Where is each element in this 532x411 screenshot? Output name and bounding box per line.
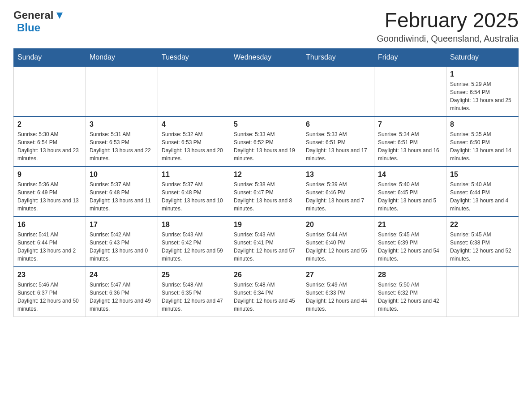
day-info: Sunrise: 5:40 AM Sunset: 6:45 PM Dayligh… bbox=[378, 180, 442, 213]
day-info: Sunrise: 5:31 AM Sunset: 6:53 PM Dayligh… bbox=[90, 130, 154, 163]
calendar-day-cell: 16Sunrise: 5:41 AM Sunset: 6:44 PM Dayli… bbox=[14, 217, 86, 267]
calendar-day-cell bbox=[374, 66, 446, 116]
day-number: 6 bbox=[306, 120, 370, 128]
day-info: Sunrise: 5:37 AM Sunset: 6:48 PM Dayligh… bbox=[162, 180, 226, 213]
day-info: Sunrise: 5:30 AM Sunset: 6:54 PM Dayligh… bbox=[17, 130, 82, 163]
day-info: Sunrise: 5:45 AM Sunset: 6:39 PM Dayligh… bbox=[378, 231, 442, 263]
logo-general-text: General bbox=[13, 9, 53, 21]
calendar-header-row: SundayMondayTuesdayWednesdayThursdayFrid… bbox=[14, 48, 519, 66]
day-number: 12 bbox=[234, 171, 298, 179]
day-number: 1 bbox=[450, 70, 515, 78]
calendar-day-cell: 26Sunrise: 5:48 AM Sunset: 6:34 PM Dayli… bbox=[230, 267, 302, 317]
day-info: Sunrise: 5:33 AM Sunset: 6:52 PM Dayligh… bbox=[234, 130, 298, 163]
calendar-header-thursday: Thursday bbox=[302, 48, 374, 66]
calendar-day-cell bbox=[302, 66, 374, 116]
day-number: 25 bbox=[162, 271, 226, 279]
calendar-day-cell: 9Sunrise: 5:36 AM Sunset: 6:49 PM Daylig… bbox=[14, 167, 86, 217]
logo: General Blue bbox=[13, 9, 64, 34]
day-info: Sunrise: 5:48 AM Sunset: 6:34 PM Dayligh… bbox=[234, 281, 298, 313]
day-info: Sunrise: 5:50 AM Sunset: 6:32 PM Dayligh… bbox=[378, 281, 442, 313]
day-info: Sunrise: 5:36 AM Sunset: 6:49 PM Dayligh… bbox=[17, 180, 82, 213]
calendar-table: SundayMondayTuesdayWednesdayThursdayFrid… bbox=[13, 48, 519, 317]
day-number: 7 bbox=[378, 120, 442, 128]
day-number: 22 bbox=[450, 221, 515, 229]
calendar-week-row-2: 2Sunrise: 5:30 AM Sunset: 6:54 PM Daylig… bbox=[14, 116, 519, 167]
calendar-day-cell: 19Sunrise: 5:43 AM Sunset: 6:41 PM Dayli… bbox=[230, 217, 302, 267]
calendar-day-cell: 12Sunrise: 5:38 AM Sunset: 6:47 PM Dayli… bbox=[230, 167, 302, 217]
calendar-header-tuesday: Tuesday bbox=[158, 48, 230, 66]
day-number: 13 bbox=[306, 171, 370, 179]
calendar-day-cell: 11Sunrise: 5:37 AM Sunset: 6:48 PM Dayli… bbox=[158, 167, 230, 217]
calendar-day-cell: 17Sunrise: 5:42 AM Sunset: 6:43 PM Dayli… bbox=[86, 217, 158, 267]
calendar-day-cell: 23Sunrise: 5:46 AM Sunset: 6:37 PM Dayli… bbox=[14, 267, 86, 317]
day-info: Sunrise: 5:46 AM Sunset: 6:37 PM Dayligh… bbox=[17, 281, 82, 313]
day-info: Sunrise: 5:43 AM Sunset: 6:42 PM Dayligh… bbox=[162, 231, 226, 263]
calendar-day-cell bbox=[230, 66, 302, 116]
calendar-day-cell: 3Sunrise: 5:31 AM Sunset: 6:53 PM Daylig… bbox=[86, 116, 158, 167]
month-title: February 2025 bbox=[377, 9, 519, 32]
logo-blue-text: Blue bbox=[17, 21, 40, 34]
day-number: 19 bbox=[234, 221, 298, 229]
calendar-day-cell: 14Sunrise: 5:40 AM Sunset: 6:45 PM Dayli… bbox=[374, 167, 446, 217]
day-info: Sunrise: 5:47 AM Sunset: 6:36 PM Dayligh… bbox=[90, 281, 154, 313]
day-info: Sunrise: 5:38 AM Sunset: 6:47 PM Dayligh… bbox=[234, 180, 298, 213]
calendar-week-row-1: 1Sunrise: 5:29 AM Sunset: 6:54 PM Daylig… bbox=[14, 66, 519, 116]
calendar-day-cell: 24Sunrise: 5:47 AM Sunset: 6:36 PM Dayli… bbox=[86, 267, 158, 317]
day-number: 28 bbox=[378, 271, 442, 279]
title-section: February 2025 Goondiwindi, Queensland, A… bbox=[377, 9, 519, 44]
day-info: Sunrise: 5:39 AM Sunset: 6:46 PM Dayligh… bbox=[306, 180, 370, 213]
calendar-day-cell: 7Sunrise: 5:34 AM Sunset: 6:51 PM Daylig… bbox=[374, 116, 446, 167]
day-info: Sunrise: 5:42 AM Sunset: 6:43 PM Dayligh… bbox=[90, 231, 154, 263]
day-info: Sunrise: 5:35 AM Sunset: 6:50 PM Dayligh… bbox=[450, 130, 515, 163]
day-info: Sunrise: 5:33 AM Sunset: 6:51 PM Dayligh… bbox=[306, 130, 370, 163]
day-info: Sunrise: 5:29 AM Sunset: 6:54 PM Dayligh… bbox=[450, 80, 515, 112]
calendar-day-cell: 15Sunrise: 5:40 AM Sunset: 6:44 PM Dayli… bbox=[446, 167, 519, 217]
day-number: 10 bbox=[90, 171, 154, 179]
day-number: 8 bbox=[450, 120, 515, 128]
day-number: 15 bbox=[450, 171, 515, 179]
calendar-day-cell bbox=[446, 267, 519, 317]
day-info: Sunrise: 5:43 AM Sunset: 6:41 PM Dayligh… bbox=[234, 231, 298, 263]
calendar-day-cell: 27Sunrise: 5:49 AM Sunset: 6:33 PM Dayli… bbox=[302, 267, 374, 317]
day-number: 27 bbox=[306, 271, 370, 279]
calendar-header-monday: Monday bbox=[86, 48, 158, 66]
day-number: 18 bbox=[162, 221, 226, 229]
calendar-day-cell: 22Sunrise: 5:45 AM Sunset: 6:38 PM Dayli… bbox=[446, 217, 519, 267]
calendar-day-cell: 2Sunrise: 5:30 AM Sunset: 6:54 PM Daylig… bbox=[14, 116, 86, 167]
day-number: 11 bbox=[162, 171, 226, 179]
calendar-day-cell: 18Sunrise: 5:43 AM Sunset: 6:42 PM Dayli… bbox=[158, 217, 230, 267]
day-number: 20 bbox=[306, 221, 370, 229]
day-info: Sunrise: 5:40 AM Sunset: 6:44 PM Dayligh… bbox=[450, 180, 515, 213]
day-info: Sunrise: 5:34 AM Sunset: 6:51 PM Dayligh… bbox=[378, 130, 442, 163]
page-header: General Blue February 2025 Goondiwindi, … bbox=[13, 9, 519, 44]
calendar-day-cell: 28Sunrise: 5:50 AM Sunset: 6:32 PM Dayli… bbox=[374, 267, 446, 317]
day-number: 3 bbox=[90, 120, 154, 128]
calendar-day-cell: 5Sunrise: 5:33 AM Sunset: 6:52 PM Daylig… bbox=[230, 116, 302, 167]
day-number: 21 bbox=[378, 221, 442, 229]
day-info: Sunrise: 5:49 AM Sunset: 6:33 PM Dayligh… bbox=[306, 281, 370, 313]
day-info: Sunrise: 5:41 AM Sunset: 6:44 PM Dayligh… bbox=[17, 231, 82, 263]
day-number: 2 bbox=[17, 120, 82, 128]
calendar-day-cell: 4Sunrise: 5:32 AM Sunset: 6:53 PM Daylig… bbox=[158, 116, 230, 167]
day-number: 9 bbox=[17, 171, 82, 179]
calendar-day-cell: 25Sunrise: 5:48 AM Sunset: 6:35 PM Dayli… bbox=[158, 267, 230, 317]
logo-triangle-icon bbox=[55, 11, 64, 21]
day-info: Sunrise: 5:44 AM Sunset: 6:40 PM Dayligh… bbox=[306, 231, 370, 263]
day-info: Sunrise: 5:45 AM Sunset: 6:38 PM Dayligh… bbox=[450, 231, 515, 263]
calendar-day-cell: 6Sunrise: 5:33 AM Sunset: 6:51 PM Daylig… bbox=[302, 116, 374, 167]
calendar-week-row-3: 9Sunrise: 5:36 AM Sunset: 6:49 PM Daylig… bbox=[14, 167, 519, 217]
calendar-day-cell: 8Sunrise: 5:35 AM Sunset: 6:50 PM Daylig… bbox=[446, 116, 519, 167]
day-number: 24 bbox=[90, 271, 154, 279]
calendar-header-saturday: Saturday bbox=[446, 48, 519, 66]
calendar-week-row-5: 23Sunrise: 5:46 AM Sunset: 6:37 PM Dayli… bbox=[14, 267, 519, 317]
calendar-day-cell: 20Sunrise: 5:44 AM Sunset: 6:40 PM Dayli… bbox=[302, 217, 374, 267]
day-number: 5 bbox=[234, 120, 298, 128]
calendar-day-cell bbox=[14, 66, 86, 116]
location-text: Goondiwindi, Queensland, Australia bbox=[377, 34, 519, 44]
calendar-day-cell: 13Sunrise: 5:39 AM Sunset: 6:46 PM Dayli… bbox=[302, 167, 374, 217]
calendar-day-cell bbox=[158, 66, 230, 116]
day-number: 14 bbox=[378, 171, 442, 179]
day-number: 17 bbox=[90, 221, 154, 229]
day-number: 4 bbox=[162, 120, 226, 128]
calendar-header-sunday: Sunday bbox=[14, 48, 86, 66]
